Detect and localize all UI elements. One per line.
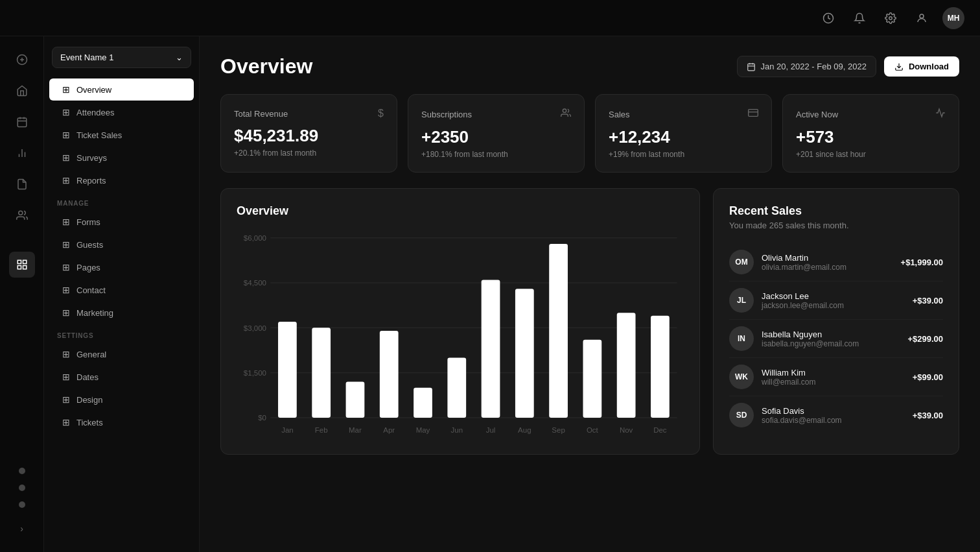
guests-icon: ⊞ (62, 239, 70, 250)
sidebar-icon-home[interactable] (9, 78, 35, 104)
svg-rect-15 (23, 260, 26, 263)
sale-info: Olivia Martin olivia.martin@email.com (762, 253, 893, 272)
stat-label-revenue: Total Revenue (234, 109, 288, 119)
sidebar-item-label-pages: Pages (76, 263, 100, 272)
sidebar-item-surveys[interactable]: ⊞ Surveys (49, 147, 194, 169)
sale-item: IN Isabella Nguyen isabella.nguyen@email… (729, 320, 943, 358)
sidebar-icon-calendar[interactable] (9, 109, 35, 135)
svg-rect-44 (414, 388, 432, 418)
sale-name: Isabella Nguyen (762, 330, 900, 339)
svg-rect-58 (651, 316, 670, 418)
sale-amount: +$39.00 (913, 296, 943, 306)
sidebar-item-reports[interactable]: ⊞ Reports (49, 169, 194, 191)
sidebar-item-marketing[interactable]: ⊞ Marketing (49, 302, 194, 324)
stats-row: Total Revenue $ $45,231.89 +20.1% from l… (220, 94, 959, 173)
date-range[interactable]: Jan 20, 2022 - Feb 09, 2022 (737, 56, 876, 77)
sidebar-item-label-ticket-sales: Ticket Sales (76, 130, 122, 140)
sidebar-icon-active[interactable] (9, 252, 35, 278)
chart-area: $0$1,500$3,000$4,500$6,000JanFebMarAprMa… (237, 231, 684, 438)
sidebar-item-label-guests: Guests (76, 240, 103, 250)
svg-rect-24 (749, 110, 758, 117)
stat-change-active: +201 since last hour (796, 150, 946, 159)
sale-name: William Kim (762, 368, 905, 378)
sidebar-icon-doc[interactable] (9, 171, 35, 197)
stat-change-sales: +19% from last month (609, 150, 758, 159)
sidebar-icon-add[interactable] (9, 47, 35, 73)
sidebar-item-attendees[interactable]: ⊞ Attendees (49, 101, 194, 123)
sidebar-expand-icon[interactable]: › (9, 516, 35, 542)
stat-label-sales: Sales (609, 110, 630, 119)
clock-icon[interactable] (818, 8, 839, 29)
sidebar-item-forms[interactable]: ⊞ Forms (49, 211, 194, 233)
svg-rect-42 (380, 331, 399, 418)
sale-name: Sofia Davis (762, 406, 905, 416)
sale-avatar: JL (729, 288, 754, 313)
svg-rect-38 (312, 328, 331, 418)
header-right: Jan 20, 2022 - Feb 09, 2022 Download (737, 56, 959, 77)
dollar-icon: $ (378, 108, 384, 119)
sidebar-icon-people[interactable] (9, 202, 35, 228)
sale-amount: +$39.00 (913, 411, 943, 420)
svg-text:$4,500: $4,500 (244, 278, 266, 287)
svg-text:$1,500: $1,500 (244, 368, 266, 377)
sidebar-item-dates[interactable]: ⊞ Dates (49, 366, 194, 388)
event-selector-label: Event Name 1 (60, 53, 113, 62)
contact-icon: ⊞ (62, 285, 70, 295)
icon-sidebar: › (0, 36, 44, 552)
sidebar-item-guests[interactable]: ⊞ Guests (49, 234, 194, 256)
sidebar-item-overview[interactable]: ⊞ Overview (49, 78, 194, 101)
settings-icon[interactable] (880, 8, 901, 29)
left-sidebar: Event Name 1 ⌄ ⊞ Overview ⊞ Attendees ⊞ … (44, 36, 200, 552)
general-icon: ⊞ (62, 349, 70, 359)
date-range-text: Jan 20, 2022 - Feb 09, 2022 (761, 62, 867, 71)
sidebar-item-label-general: General (76, 350, 106, 359)
svg-text:Apr: Apr (383, 426, 395, 434)
svg-text:Jul: Jul (486, 426, 496, 434)
stat-label-active: Active Now (796, 110, 838, 119)
sidebar-item-pages[interactable]: ⊞ Pages (49, 256, 194, 278)
marketing-icon: ⊞ (62, 307, 70, 318)
download-button[interactable]: Download (884, 56, 959, 77)
sidebar-item-contact[interactable]: ⊞ Contact (49, 279, 194, 301)
sale-email: sofia.davis@email.com (762, 416, 905, 425)
bell-icon[interactable] (849, 8, 870, 29)
sidebar-item-label-design: Design (76, 395, 102, 405)
attendees-icon: ⊞ (62, 107, 70, 117)
svg-rect-18 (747, 64, 754, 71)
sidebar-icon-chart[interactable] (9, 140, 35, 166)
stat-card-sales: Sales +12,234 +19% from last month (595, 94, 772, 173)
recent-sales-title: Recent Sales (729, 204, 943, 218)
stat-card-revenue: Total Revenue $ $45,231.89 +20.1% from l… (220, 94, 397, 173)
recent-sales-card: Recent Sales You made 265 sales this mon… (713, 188, 959, 455)
avatar[interactable]: MH (942, 7, 964, 29)
svg-text:Aug: Aug (518, 426, 531, 434)
page-title: Overview (220, 54, 312, 78)
stat-change-revenue: +20.1% from last month (234, 149, 384, 158)
svg-rect-46 (447, 358, 466, 418)
stat-card-subscriptions: Subscriptions +2350 +180.1% from last mo… (408, 94, 585, 173)
svg-text:Dec: Dec (653, 426, 667, 434)
stat-value-revenue: $45,231.89 (234, 126, 384, 146)
overview-icon: ⊞ (62, 84, 70, 95)
svg-rect-52 (549, 244, 568, 418)
svg-point-23 (563, 109, 566, 112)
sidebar-item-label-reports: Reports (76, 176, 106, 186)
sidebar-item-ticket-sales[interactable]: ⊞ Ticket Sales (49, 124, 194, 146)
sidebar-dot-3 (19, 501, 25, 508)
sale-info: Isabella Nguyen isabella.nguyen@email.co… (762, 330, 900, 348)
svg-rect-36 (278, 322, 297, 418)
users-icon (561, 108, 571, 121)
event-selector[interactable]: Event Name 1 ⌄ (52, 47, 191, 68)
sidebar-item-tickets[interactable]: ⊞ Tickets (49, 411, 194, 433)
sidebar-item-label-marketing: Marketing (76, 308, 113, 318)
sidebar-item-design[interactable]: ⊞ Design (49, 389, 194, 411)
sale-item: WK William Kim will@email.com +$99.00 (729, 358, 943, 396)
svg-text:Nov: Nov (620, 426, 633, 434)
svg-rect-14 (18, 260, 21, 263)
calendar-icon (747, 62, 756, 71)
stat-value-active: +573 (796, 127, 946, 147)
sidebar-item-general[interactable]: ⊞ General (49, 343, 194, 365)
sidebar-item-label-contact: Contact (76, 285, 106, 295)
chart-title: Overview (237, 204, 684, 218)
user-icon[interactable] (911, 8, 932, 29)
